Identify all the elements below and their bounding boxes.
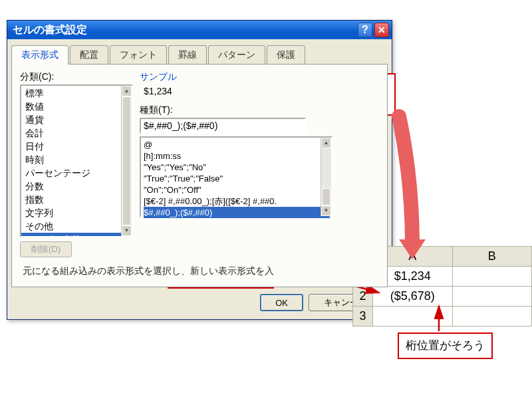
category-item[interactable]: 日付 — [21, 140, 132, 153]
tab-panel-number-format: 分類(C): 標準 数値 通貨 会計 日付 時刻 パーセンテージ 分数 指数 文… — [11, 64, 388, 287]
scroll-up-icon[interactable]: ▲ — [122, 86, 132, 96]
titlebar: セルの書式設定 ? ✕ — [7, 21, 392, 39]
tab-font[interactable]: フォント — [110, 45, 167, 65]
type-scrollbar[interactable]: ▲ ▼ — [321, 138, 331, 216]
category-item[interactable]: 通貨 — [21, 113, 132, 126]
category-item[interactable]: 時刻 — [21, 153, 132, 166]
category-item[interactable]: 会計 — [21, 126, 132, 140]
type-item-selected[interactable]: $#,##0_);($#,##0) — [144, 207, 330, 218]
category-listbox[interactable]: 標準 数値 通貨 会計 日付 時刻 パーセンテージ 分数 指数 文字列 その他 … — [20, 84, 133, 237]
category-scrollbar[interactable]: ▲ ▼ — [121, 86, 132, 236]
category-label: 分類(C): — [20, 71, 140, 83]
type-label: 種類(T): — [140, 104, 379, 116]
scroll-down-icon[interactable]: ▼ — [122, 225, 132, 236]
help-button[interactable]: ? — [358, 23, 372, 37]
row-header-2[interactable]: 2 — [353, 287, 373, 307]
row-header-3[interactable]: 3 — [353, 307, 373, 327]
category-item[interactable]: パーセンテージ — [21, 166, 132, 180]
scroll-down-icon[interactable]: ▼ — [321, 205, 331, 216]
dialog-buttons: OK キャンセル — [7, 287, 392, 319]
category-item[interactable]: 指数 — [21, 193, 132, 206]
category-item[interactable]: 文字列 — [21, 206, 132, 219]
type-item[interactable]: "True";"True";"False" — [144, 173, 330, 184]
cell-B2[interactable] — [452, 287, 531, 307]
delete-button: 削除(D) — [20, 241, 72, 257]
cell-A2[interactable]: ($5,678) — [372, 287, 452, 307]
tab-number-format[interactable]: 表示形式 — [11, 45, 68, 65]
close-button[interactable]: ✕ — [374, 23, 389, 37]
callout3-text: 桁位置がそろう — [406, 339, 485, 352]
format-cells-dialog: セルの書式設定 ? ✕ 表示形式 配置 フォント 罫線 パターン 保護 分類(C… — [7, 20, 392, 320]
ok-button[interactable]: OK — [260, 294, 303, 311]
category-item-user-defined[interactable]: ユーザー定義 — [21, 233, 132, 237]
category-item[interactable]: 数値 — [21, 100, 132, 113]
category-item[interactable]: その他 — [21, 219, 132, 233]
type-item[interactable]: "Yes";"Yes";"No" — [144, 162, 330, 173]
type-listbox[interactable]: @ [h]:mm:ss "Yes";"Yes";"No" "True";"Tru… — [140, 136, 332, 217]
tab-protection[interactable]: 保護 — [267, 45, 305, 65]
col-header-B[interactable]: B — [452, 247, 531, 267]
type-item[interactable]: "On";"On";"Off" — [144, 184, 330, 196]
tab-strip: 表示形式 配置 フォント 罫線 パターン 保護 — [7, 39, 392, 64]
callout-digit-align: 桁位置がそろう — [398, 332, 493, 359]
tab-pattern[interactable]: パターン — [208, 45, 265, 65]
type-input[interactable] — [140, 118, 306, 134]
help-text: 元になる組み込みの表示形式を選択し、新しい表示形式を入 — [20, 257, 379, 277]
dialog-title: セルの書式設定 — [13, 23, 356, 37]
scroll-up-icon[interactable]: ▲ — [321, 138, 331, 148]
cell-B1[interactable] — [452, 267, 531, 287]
tab-alignment[interactable]: 配置 — [70, 45, 108, 65]
type-item[interactable]: @ — [144, 139, 330, 150]
sample-label: サンプル — [140, 71, 379, 83]
category-item[interactable]: 分数 — [21, 180, 132, 193]
category-item[interactable]: 標準 — [21, 86, 132, 100]
type-item[interactable]: [h]:mm:ss — [144, 150, 330, 162]
tab-border[interactable]: 罫線 — [168, 45, 207, 65]
sample-value: $1,234 — [140, 84, 379, 98]
cell-A3[interactable] — [372, 307, 452, 327]
type-item[interactable]: [$€-2] #,##0.00_);[赤]([$€-2] #,##0. — [144, 196, 330, 207]
cell-B3[interactable] — [452, 307, 531, 327]
